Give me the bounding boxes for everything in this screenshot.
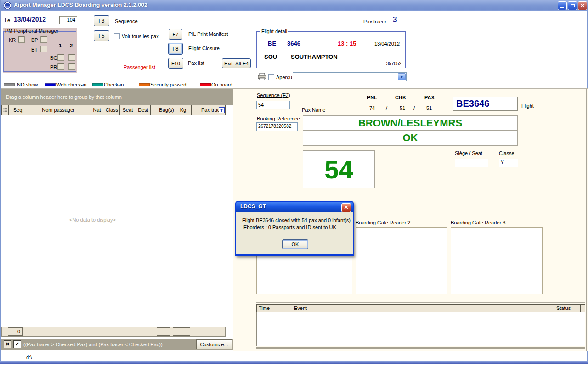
status-path: d:\: [26, 355, 32, 360]
f5-button[interactable]: F5: [94, 30, 109, 41]
chevron-down-icon[interactable]: ▼: [398, 73, 406, 80]
event-col-extra: [581, 304, 585, 312]
bt-checkbox[interactable]: [40, 46, 47, 52]
legend-swatch-onboard: [200, 83, 211, 86]
pr2-checkbox[interactable]: [68, 63, 75, 70]
printer-icon[interactable]: [258, 73, 266, 80]
kr-checkbox[interactable]: [18, 36, 25, 43]
filter-icon[interactable]: [219, 107, 225, 113]
col-header-seat[interactable]: Seat: [120, 105, 136, 115]
passenger-list-label: Passenger list: [124, 64, 155, 70]
bt-label: BT: [31, 47, 38, 52]
event-table-bottom-edge: [256, 347, 585, 349]
col-header-bags[interactable]: Bag(s): [158, 105, 175, 115]
flight-detail-title: Flight detail: [260, 29, 288, 34]
f8-label: Flight Closure: [188, 46, 220, 51]
flight-ref: 357052: [386, 61, 401, 66]
report-combobox[interactable]: ▼: [293, 72, 407, 81]
dialog-message-line2: Eborders : 0 Passports and ID sent to UK: [243, 224, 336, 230]
legend-label-web: Web check-in: [56, 82, 86, 87]
count-sep-1: /: [386, 105, 387, 111]
bp-checkbox[interactable]: [40, 36, 47, 43]
minimize-icon: [560, 7, 564, 8]
boarding-gate-reader-2-label: Boarding Gate Reader 2: [356, 220, 410, 225]
counter-field[interactable]: 104: [59, 16, 77, 24]
booking-reference-input[interactable]: 2672178220582: [256, 122, 298, 131]
seat-input[interactable]: [455, 159, 488, 167]
col-header-nom-passager[interactable]: Nom passager: [27, 105, 90, 115]
f8-button[interactable]: F8: [168, 43, 183, 55]
filter-close-button[interactable]: ✕: [4, 340, 11, 348]
col-header-class[interactable]: Class: [104, 105, 120, 115]
class-input[interactable]: Y: [499, 159, 518, 167]
exit-button[interactable]: Exit Alt F4: [222, 58, 251, 68]
minimize-button[interactable]: [558, 1, 567, 10]
pr1-checkbox[interactable]: [57, 63, 64, 70]
pax-tracer-col-label: Pax tracer: [201, 107, 220, 113]
col-header-empty2[interactable]: [192, 105, 200, 115]
event-col-event[interactable]: Event: [292, 304, 554, 312]
legend-label-checkin: Check-in: [104, 82, 124, 87]
customize-button[interactable]: Customize...: [196, 339, 232, 349]
event-col-status[interactable]: Status: [554, 304, 581, 312]
voir-tous-label: Voir tous les pax: [122, 34, 159, 39]
restore-icon: [571, 4, 575, 7]
statusbar-divider: [1, 351, 588, 351]
f3-button[interactable]: F3: [94, 15, 109, 26]
f10-button[interactable]: F10: [168, 58, 183, 69]
sequence-input[interactable]: 54: [256, 101, 290, 109]
boarding-gate-reader-2-box: [356, 227, 447, 294]
legend-label-onboard: On board: [211, 82, 232, 87]
window-bottom-border: [0, 361, 588, 364]
col-header-pax-tracer[interactable]: Pax tracer: [200, 105, 226, 115]
pnl-value: 74: [369, 105, 375, 111]
date-prefix-label: Le: [5, 17, 10, 23]
filter-enabled-checkbox[interactable]: ✓: [13, 340, 21, 348]
grid-header-row: Seq Nom passager Nat Class Seat Dest Bag…: [1, 105, 233, 115]
col-header-seq[interactable]: Seq: [9, 105, 27, 115]
dialog-close-button[interactable]: ✕: [341, 203, 351, 212]
pax-name-value: BROWN/LESLEYMRS: [358, 117, 462, 129]
apercu-checkbox[interactable]: [268, 74, 274, 80]
booking-reference-label: Booking Reference: [257, 116, 300, 121]
grid-footer-row: 0: [1, 327, 226, 337]
close-icon: ✕: [344, 204, 348, 211]
event-col-time[interactable]: Time: [256, 304, 292, 312]
current-date: 13/04/2012: [14, 16, 46, 23]
dialog-title: LDCS_GT: [240, 203, 266, 210]
dialog-ok-button[interactable]: OK: [282, 239, 308, 249]
restore-button[interactable]: [568, 1, 577, 10]
col-header-kg[interactable]: Kg: [175, 105, 192, 115]
filter-expression: ((Pax tracer > Checked Pax) and (Pax tra…: [23, 342, 163, 347]
f7-button[interactable]: F7: [169, 29, 182, 40]
col-header-nat[interactable]: Nat: [90, 105, 104, 115]
column2-label: 2: [70, 43, 73, 48]
col-header-empty1[interactable]: [151, 105, 158, 115]
sequence-label: Sequence (F3): [257, 92, 290, 98]
bg1-checkbox[interactable]: [57, 54, 64, 61]
pax-status-display: OK: [303, 130, 518, 146]
peripheral-manager-title: PM Peripheral Manager: [5, 28, 58, 34]
kr-label: KR: [9, 37, 16, 43]
legend-swatch-noshow: [4, 83, 15, 86]
pax-label: PAX: [424, 95, 435, 100]
flight-date: 13/04/2012: [374, 41, 400, 46]
no-data-text: <No data to display>: [69, 217, 116, 223]
legend-swatch-web: [45, 83, 56, 86]
flight-input[interactable]: BE3646: [453, 97, 518, 111]
voir-tous-checkbox[interactable]: [114, 33, 120, 39]
app-window: Aiport Manager LDCS Boarding version 2.1…: [0, 0, 588, 363]
boarding-gate-reader-3-label: Boarding Gate Reader 3: [451, 220, 505, 225]
bg2-checkbox[interactable]: [68, 54, 75, 61]
legend-swatch-checkin: [92, 83, 103, 86]
close-button[interactable]: ✕: [578, 1, 587, 10]
bp-label: BP: [31, 37, 38, 43]
chk-label: CHK: [395, 95, 406, 100]
column1-label: 1: [59, 43, 62, 48]
group-by-bar[interactable]: Drag a column header here to group by th…: [1, 89, 233, 105]
col-header-dest[interactable]: Dest: [136, 105, 151, 115]
event-table-body: [256, 312, 585, 346]
flight-label: Flight: [521, 103, 534, 109]
group-by-hint: Drag a column header here to group by th…: [6, 94, 122, 100]
pax-status-value: OK: [403, 132, 418, 144]
